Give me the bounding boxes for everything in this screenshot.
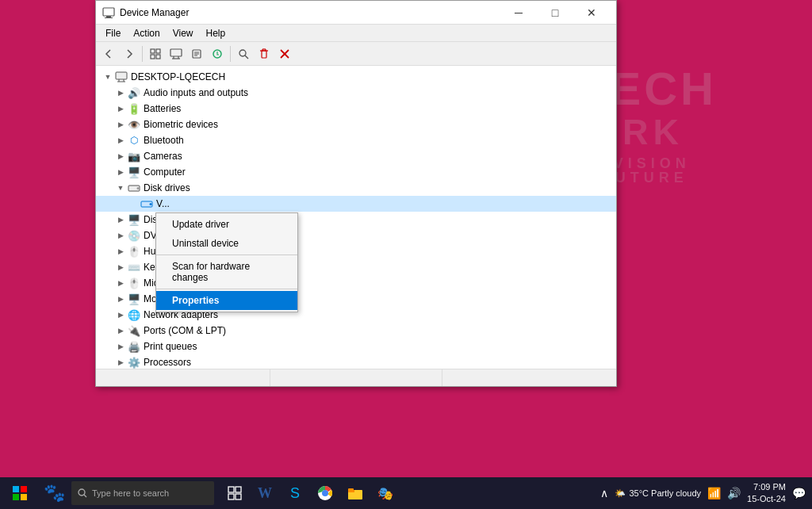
audio-icon: 🔊 [128, 86, 140, 99]
expand-icon-cameras: ▶ [115, 151, 126, 162]
bluetooth-icon: ⬡ [128, 134, 140, 147]
status-section-3 [442, 369, 613, 386]
svg-rect-41 [236, 494, 241, 499]
expand-icon-processors: ▶ [115, 357, 126, 368]
menu-action[interactable]: Action [127, 26, 166, 40]
status-bar [96, 369, 616, 386]
chrome-icon[interactable] [311, 477, 339, 509]
expand-icon-audio: ▶ [115, 87, 126, 98]
tree-root[interactable]: ▼ DESKTOP-LQECECH [96, 69, 616, 85]
clock-time: 7:09 PM [753, 481, 786, 493]
tree-item-batteries[interactable]: ▶ 🔋 Batteries [96, 101, 616, 117]
tree-label-batteries: Batteries [144, 103, 181, 114]
ports-icon: 🔌 [128, 324, 140, 337]
expand-icon-bluetooth: ▶ [115, 135, 126, 146]
biometric-icon: 👁️ [128, 118, 140, 131]
minimize-button[interactable]: ─ [500, 1, 537, 25]
maximize-button[interactable]: □ [537, 1, 573, 25]
back-button[interactable] [99, 44, 118, 63]
expand-icon-network: ▶ [115, 309, 126, 320]
tree-label-processors: Processors [144, 357, 191, 368]
properties-button[interactable] [187, 44, 206, 63]
tree-item-cameras[interactable]: ▶ 📷 Cameras [96, 148, 616, 164]
close-button[interactable]: ✕ [573, 1, 610, 25]
menu-file[interactable]: File [99, 26, 127, 40]
ctx-update-driver[interactable]: Update driver [156, 215, 297, 234]
tree-item-printqueues[interactable]: ▶ 🖨️ Print queues [96, 339, 616, 354]
skype-icon[interactable]: S [281, 477, 309, 509]
ctx-uninstall-device[interactable]: Uninstall device [156, 234, 297, 253]
svg-rect-39 [236, 487, 241, 492]
tree-item-disk-child[interactable]: V... [96, 196, 616, 212]
svg-rect-1 [106, 16, 111, 17]
scan-button[interactable] [234, 44, 253, 63]
start-button[interactable] [0, 477, 40, 509]
ctx-scan-hardware[interactable]: Scan for hardware changes [156, 257, 297, 287]
expand-icon-dvd: ▶ [115, 230, 126, 241]
delete-button[interactable] [255, 44, 274, 63]
menu-bar: File Action View Help [96, 25, 616, 42]
svg-rect-6 [156, 55, 160, 59]
window-icon [102, 6, 115, 19]
system-tray: ∧ [600, 487, 608, 499]
menu-help[interactable]: Help [200, 26, 232, 40]
svg-rect-2 [105, 17, 113, 18]
expand-button[interactable] [146, 44, 165, 63]
disk-child-icon [140, 197, 153, 210]
taskbar-mascot[interactable]: 🐾 [40, 477, 68, 509]
tree-item-biometric[interactable]: ▶ 👁️ Biometric devices [96, 117, 616, 132]
svg-line-17 [245, 55, 248, 59]
tree-label-audio: Audio inputs and outputs [144, 87, 248, 98]
tree-label-biometric: Biometric devices [144, 119, 218, 130]
tree-label-computer: Computer [144, 166, 186, 178]
weather-text: 35°C Partly cloudy [629, 488, 701, 498]
forward-button[interactable] [120, 44, 139, 63]
tree-item-bluetooth[interactable]: ▶ ⬡ Bluetooth [96, 132, 616, 148]
toolbar [96, 42, 616, 66]
computer-icon-btn[interactable] [167, 44, 186, 63]
device-manager-taskbar-icon[interactable]: 🎭 [371, 477, 400, 509]
tree-label-printqueues: Print queues [144, 341, 197, 352]
svg-rect-24 [116, 72, 127, 79]
svg-rect-5 [151, 55, 155, 59]
network-icon: 📶 [707, 487, 721, 499]
context-menu: Update driver Uninstall device Scan for … [155, 212, 298, 312]
tree-item-processors[interactable]: ▶ ⚙️ Processors [96, 354, 616, 369]
tree-content: ▼ DESKTOP-LQECECH ▶ 🔊 Audio inputs and o… [96, 66, 616, 369]
computer-tree-icon: 🖥️ [128, 166, 140, 178]
notification-icon[interactable]: 💬 [792, 487, 806, 499]
tree-item-diskdrives[interactable]: ▼ Disk drives [96, 180, 616, 196]
volume-icon: 🔊 [727, 487, 741, 499]
word-icon[interactable]: W [251, 477, 279, 509]
svg-rect-33 [21, 486, 27, 492]
mice-icon: 🖱️ [128, 277, 140, 289]
expand-icon-keyboards: ▶ [115, 262, 126, 273]
title-bar: Device Manager ─ □ ✕ [96, 1, 616, 25]
svg-point-29 [137, 187, 140, 189]
ctx-properties[interactable]: Properties [156, 291, 297, 310]
expand-icon-ports: ▶ [115, 325, 126, 336]
taskbar-right: ∧ 🌤️ 35°C Partly cloudy 📶 🔊 7:09 PM 15-O… [600, 481, 812, 506]
ctx-separator [156, 254, 297, 255]
remove-button[interactable] [275, 44, 294, 63]
menu-view[interactable]: View [167, 26, 200, 40]
svg-rect-47 [348, 488, 354, 491]
tree-item-ports[interactable]: ▶ 🔌 Ports (COM & LPT) [96, 323, 616, 339]
network-icon: 🌐 [128, 308, 140, 321]
time-date[interactable]: 7:09 PM 15-Oct-24 [747, 481, 786, 506]
taskview-button[interactable] [220, 477, 249, 509]
expand-icon-mice: ▶ [115, 277, 126, 289]
hid-icon: 🖱️ [128, 245, 140, 258]
tree-item-computer[interactable]: ▶ 🖥️ Computer [96, 164, 616, 180]
explorer-icon[interactable] [341, 477, 370, 509]
tree-item-audio[interactable]: ▶ 🔊 Audio inputs and outputs [96, 85, 616, 101]
expand-icon-computer: ▶ [115, 166, 126, 178]
keyboard-icon: ⌨️ [128, 261, 140, 274]
svg-point-36 [79, 489, 85, 496]
search-icon [78, 488, 87, 498]
update-driver-button[interactable] [208, 44, 227, 63]
device-manager-window: Device Manager ─ □ ✕ File Action View He… [95, 0, 617, 387]
search-box[interactable]: Type here to search [71, 481, 214, 505]
display-icon: 🖥️ [128, 213, 140, 226]
tray-up-icon[interactable]: ∧ [600, 487, 608, 499]
